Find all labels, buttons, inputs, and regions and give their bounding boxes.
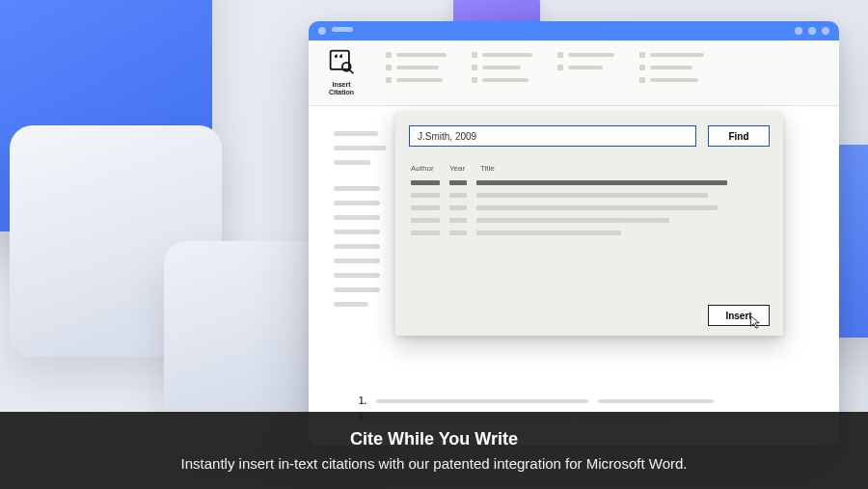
doc-text-line: [334, 160, 370, 165]
ribbon-item[interactable]: [557, 52, 614, 58]
ribbon-item[interactable]: [472, 77, 532, 83]
cell-year: [449, 180, 467, 185]
caption-subtitle: Instantly insert in-text citations with …: [181, 455, 688, 472]
cell-title: [476, 218, 669, 223]
document-area: Find Author Year Title: [309, 106, 839, 446]
result-row[interactable]: [409, 218, 770, 223]
ribbon-item[interactable]: [386, 65, 447, 70]
doc-text-line: [334, 302, 368, 307]
doc-text-line: [334, 131, 378, 136]
doc-text-line: [334, 287, 380, 292]
cell-author: [411, 205, 440, 210]
citation-search-panel: Find Author Year Title: [395, 112, 783, 336]
insert-citation-button[interactable]: Insert Citation: [322, 48, 361, 95]
titlebar-left: [318, 27, 353, 35]
col-year: Year: [449, 164, 471, 173]
insert-citation-label: Insert Citation: [329, 81, 354, 95]
ribbon-group: [386, 48, 447, 83]
cell-title: [476, 231, 621, 235]
caption-title: Cite While You Write: [350, 429, 518, 449]
result-row[interactable]: [409, 231, 770, 235]
ribbon-item[interactable]: [639, 65, 704, 70]
window-menu-icon: [318, 27, 326, 35]
ribbon-group: [557, 48, 614, 70]
citation-search-input[interactable]: [409, 125, 696, 147]
doc-text-line: [334, 201, 380, 205]
col-author: Author: [411, 164, 440, 173]
cell-title: [476, 193, 708, 198]
doc-text-line: [334, 244, 380, 249]
app-window: Insert Citation: [309, 21, 839, 446]
cell-author: [411, 180, 440, 185]
list-item: 1.: [353, 395, 714, 406]
search-row: Find: [409, 125, 770, 147]
titlebar-placeholder: [332, 27, 353, 32]
cell-author: [411, 231, 440, 235]
ribbon-group: [472, 48, 532, 83]
cursor-pointer-icon: [748, 314, 764, 330]
cell-author: [411, 193, 440, 198]
doc-text-line: [334, 258, 380, 263]
doc-text-line: [334, 186, 380, 191]
ribbon-item[interactable]: [472, 52, 532, 58]
doc-text-line: [376, 399, 588, 403]
cell-year: [449, 231, 467, 235]
window-control-dot[interactable]: [795, 27, 802, 35]
doc-text-line: [334, 215, 380, 220]
doc-text-line: [598, 399, 714, 403]
svg-rect-0: [331, 51, 349, 69]
ribbon: Insert Citation: [309, 41, 839, 106]
window-controls[interactable]: [795, 27, 829, 35]
cell-year: [449, 193, 467, 198]
doc-text-line: [334, 273, 380, 278]
result-row[interactable]: [409, 205, 770, 210]
result-row-selected[interactable]: [409, 180, 770, 185]
ribbon-item[interactable]: [639, 77, 704, 83]
result-row[interactable]: [409, 193, 770, 198]
caption-bar: Cite While You Write Instantly insert in…: [0, 412, 868, 489]
cell-year: [449, 218, 467, 223]
find-button[interactable]: Find: [708, 125, 770, 147]
citation-quote-search-icon: [328, 48, 355, 79]
doc-text-line: [334, 146, 386, 150]
ribbon-group: [639, 48, 704, 83]
ribbon-item[interactable]: [386, 77, 447, 83]
cell-title: [476, 180, 727, 185]
cell-title: [476, 205, 718, 210]
col-title: Title: [480, 164, 495, 173]
svg-line-2: [350, 70, 354, 74]
window-control-dot[interactable]: [808, 27, 816, 35]
ribbon-item[interactable]: [472, 65, 532, 70]
promo-stage: Insert Citation: [0, 0, 868, 489]
window-titlebar: [309, 21, 839, 41]
ribbon-item[interactable]: [386, 52, 447, 58]
cell-year: [449, 205, 467, 210]
panel-footer: Insert: [708, 305, 770, 326]
ribbon-item[interactable]: [639, 52, 704, 58]
cell-author: [411, 218, 440, 223]
ribbon-item[interactable]: [557, 65, 614, 70]
doc-text-line: [334, 230, 380, 234]
window-control-dot[interactable]: [822, 27, 829, 35]
list-number: 1.: [353, 395, 366, 406]
result-columns: Author Year Title: [409, 164, 770, 173]
